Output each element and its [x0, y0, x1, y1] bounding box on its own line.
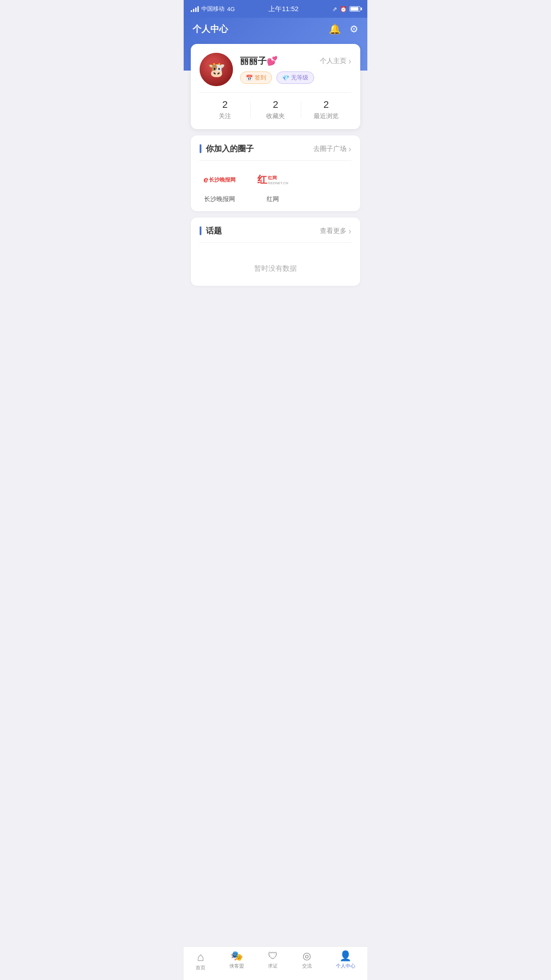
alarm-icon: ⏰: [340, 6, 347, 12]
topics-more-link[interactable]: 查看更多: [320, 226, 351, 236]
topics-title: 话题: [206, 225, 222, 236]
avatar: 🐮: [200, 53, 233, 86]
profile-top: 🐮 丽丽子💕 个人主页 📅 签到 💎 无等级: [200, 53, 351, 86]
signin-badge[interactable]: 📅 签到: [240, 71, 272, 84]
profile-divider: [200, 92, 351, 93]
chevron-right-icon: [348, 226, 351, 236]
rednet-logo: 红 红网 REDNET.CN: [255, 169, 291, 191]
chevron-right-icon: [348, 56, 351, 66]
circles-section: 你加入的圈子 去圈子广场 e 长沙晚报网 长沙晚报网 红: [191, 135, 360, 211]
profile-badges: 📅 签到 💎 无等级: [240, 71, 351, 84]
circles-divider: [200, 160, 351, 161]
location-icon: ⇗: [332, 6, 337, 12]
network-label: 4G: [227, 6, 235, 12]
diamond-icon: 💎: [282, 75, 289, 81]
profile-info: 丽丽子💕 个人主页 📅 签到 💎 无等级: [240, 55, 351, 84]
battery-icon: [350, 6, 360, 12]
topics-header: 话题 查看更多: [200, 225, 351, 236]
profile-card: 🐮 丽丽子💕 个人主页 📅 签到 💎 无等级: [191, 44, 360, 129]
changsha-logo: e 长沙晚报网: [202, 169, 237, 191]
section-bar-icon: [200, 144, 201, 153]
circle-item-changsha[interactable]: e 长沙晚报网 长沙晚报网: [200, 169, 240, 203]
status-right: ⇗ ⏰: [332, 6, 360, 12]
chevron-right-icon: [348, 144, 351, 154]
stat-recent[interactable]: 2 最近浏览: [301, 99, 351, 120]
topics-title-wrap: 话题: [200, 225, 222, 236]
profile-name-row: 丽丽子💕 个人主页: [240, 55, 351, 67]
status-left: 中国移动 4G: [191, 5, 235, 13]
level-badge: 💎 无等级: [276, 71, 314, 84]
notification-button[interactable]: 🔔: [329, 24, 341, 35]
circles-grid: e 长沙晚报网 长沙晚报网 红 红网 REDNET.CN 红网: [200, 169, 351, 203]
page-title: 个人中心: [193, 23, 228, 35]
calendar-icon: 📅: [246, 75, 253, 81]
circle-name-rednet: 红网: [267, 195, 279, 203]
topics-divider: [200, 242, 351, 243]
profile-homepage-link[interactable]: 个人主页: [320, 56, 351, 66]
circles-title: 你加入的圈子: [206, 143, 254, 154]
section-bar-icon: [200, 226, 201, 235]
circle-name-changsha: 长沙晚报网: [204, 195, 235, 203]
status-time: 上午11:52: [268, 5, 299, 13]
profile-stats: 2 关注 2 收藏夹 2 最近浏览: [200, 99, 351, 120]
stat-follow[interactable]: 2 关注: [200, 99, 250, 120]
status-bar: 中国移动 4G 上午11:52 ⇗ ⏰: [184, 0, 367, 18]
stat-favorites[interactable]: 2 收藏夹: [250, 99, 301, 120]
header-actions: 🔔 ⚙: [329, 24, 358, 35]
topics-empty-state: 暂时没有数据: [200, 251, 351, 278]
profile-name: 丽丽子💕: [240, 55, 278, 67]
settings-button[interactable]: ⚙: [350, 24, 358, 35]
topics-section: 话题 查看更多 暂时没有数据: [191, 217, 360, 286]
circles-more-link[interactable]: 去圈子广场: [313, 144, 351, 154]
circles-header: 你加入的圈子 去圈子广场: [200, 143, 351, 154]
signal-icon: [191, 6, 199, 12]
circle-item-rednet[interactable]: 红 红网 REDNET.CN 红网: [253, 169, 293, 203]
carrier-label: 中国移动: [201, 5, 224, 13]
circles-title-wrap: 你加入的圈子: [200, 143, 254, 154]
